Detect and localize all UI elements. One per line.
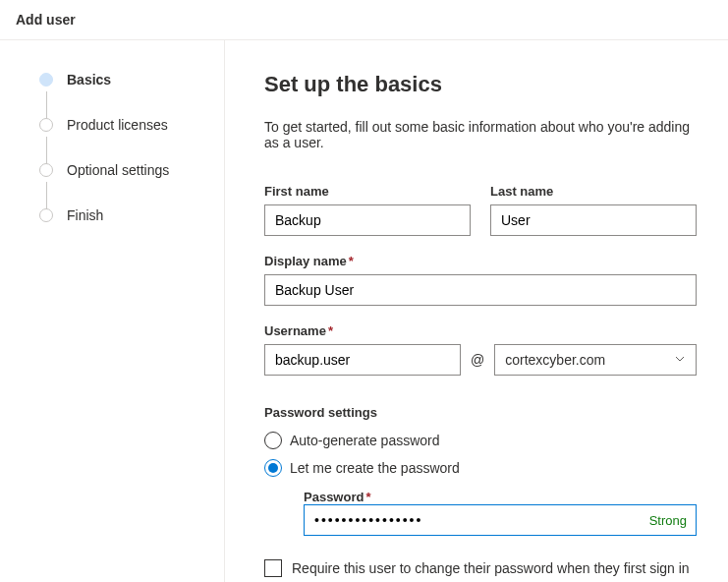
required-asterisk: *	[328, 323, 333, 338]
step-indicator-icon	[39, 208, 53, 222]
panel-title: Add user	[16, 12, 76, 28]
first-name-input[interactable]	[264, 204, 471, 236]
page-title: Set up the basics	[264, 72, 697, 97]
radio-label: Let me create the password	[290, 460, 460, 476]
password-settings-label: Password settings	[264, 405, 697, 420]
required-asterisk: *	[349, 254, 354, 268]
checkbox-icon	[264, 559, 282, 577]
form-main: Set up the basics To get started, fill o…	[225, 40, 728, 582]
last-name-label: Last name	[490, 184, 697, 199]
radio-create-password[interactable]: Let me create the password	[264, 459, 697, 477]
step-finish[interactable]: Finish	[39, 207, 208, 223]
radio-auto-generate[interactable]: Auto-generate password	[264, 432, 697, 449]
display-name-label: Display name*	[264, 254, 697, 268]
domain-select[interactable]: cortexcyber.com	[494, 344, 697, 376]
checkbox-label: Require this user to change their passwo…	[292, 560, 690, 576]
step-label: Basics	[67, 72, 111, 87]
step-indicator-icon	[39, 73, 53, 87]
step-product-licenses[interactable]: Product licenses	[39, 117, 208, 133]
username-label: Username*	[264, 323, 697, 338]
password-label: Password*	[304, 490, 370, 504]
step-indicator-icon	[39, 118, 53, 132]
checkbox-require-change[interactable]: Require this user to change their passwo…	[264, 559, 697, 577]
at-symbol: @	[471, 352, 484, 368]
radio-label: Auto-generate password	[290, 433, 440, 448]
wizard-steps-sidebar: Basics Product licenses Optional setting…	[0, 40, 225, 582]
step-label: Optional settings	[67, 162, 169, 178]
chevron-down-icon	[674, 352, 686, 368]
last-name-input[interactable]	[490, 204, 697, 236]
page-subtitle: To get started, fill out some basic info…	[264, 119, 697, 150]
step-label: Product licenses	[67, 117, 168, 133]
step-optional-settings[interactable]: Optional settings	[39, 162, 208, 178]
first-name-label: First name	[264, 184, 471, 199]
radio-icon	[264, 459, 282, 477]
panel-header: Add user	[0, 0, 728, 40]
password-strength-indicator: Strong	[649, 513, 687, 528]
domain-selected-value: cortexcyber.com	[505, 352, 605, 368]
step-indicator-icon	[39, 163, 53, 177]
display-name-input[interactable]	[264, 274, 697, 306]
username-input[interactable]	[264, 344, 461, 376]
step-basics[interactable]: Basics	[39, 72, 208, 87]
password-input[interactable]	[304, 504, 697, 536]
radio-icon	[264, 432, 282, 449]
step-label: Finish	[67, 207, 103, 223]
required-asterisk: *	[365, 490, 370, 504]
